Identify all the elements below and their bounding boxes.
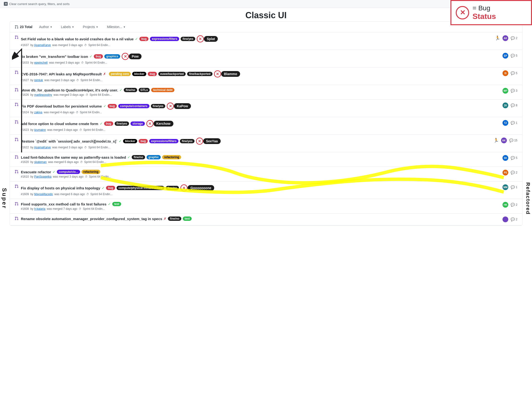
pr-check-mark: ✓ bbox=[135, 37, 138, 41]
pr-author-link[interactable]: PanSpagetka bbox=[34, 175, 51, 178]
pr-item[interactable]: Fix display of hosts on physical infra t… bbox=[10, 181, 522, 199]
badge-circle-x-icon: ✕ bbox=[214, 70, 221, 78]
pr-author-link[interactable]: zakiva bbox=[34, 111, 42, 114]
pr-item[interactable]: CVE-2016-7047: API leaks any MiqReportRe… bbox=[10, 68, 522, 85]
pr-merged-text: was merged 3 days ago bbox=[54, 93, 84, 97]
pr-milestone: Sprint 64 Endin... bbox=[88, 43, 110, 47]
milestone-icon: ⏱ bbox=[76, 111, 79, 114]
milestones-chevron-icon: ▼ bbox=[123, 26, 126, 28]
pr-author-link[interactable]: martinpovolny bbox=[34, 93, 52, 97]
comment-number: 5 bbox=[516, 54, 517, 57]
pr-item[interactable]: Set Field value to a blank value to avoi… bbox=[10, 32, 522, 50]
pr-author-link[interactable]: epwinchell bbox=[34, 61, 48, 64]
pr-title[interactable]: add force option to cloud volume create … bbox=[21, 122, 98, 126]
pr-title[interactable]: Fixed supports_xxx method call to fix te… bbox=[21, 202, 106, 206]
comment-number: 15 bbox=[514, 139, 517, 142]
pr-item[interactable]: fix broken "vm_transform" toolbar icon ✓… bbox=[10, 50, 522, 68]
avatar: ZK bbox=[502, 102, 508, 108]
labels-filter[interactable]: Labels ▼ bbox=[59, 24, 76, 30]
milestone-icon: ⏱ bbox=[76, 79, 79, 82]
pr-right: 🏃 AK 💬 2 bbox=[495, 35, 517, 41]
pr-title-row: Rename obsolete automation_manager_provi… bbox=[21, 217, 500, 221]
pr-title[interactable]: Load font-fabulous the same way as patte… bbox=[21, 155, 126, 159]
action-badge-wrapper: ✕ Blammo bbox=[214, 70, 240, 78]
pr-title-row: Fixed supports_xxx method call to fix te… bbox=[21, 202, 500, 206]
pr-number: #1627 bbox=[21, 79, 29, 82]
pr-title[interactable]: fix broken "vm_transform" toolbar icon bbox=[21, 55, 88, 59]
author-chevron-icon: ▼ bbox=[50, 26, 52, 28]
pr-milestone: Sprint 64 Endin... bbox=[84, 160, 106, 164]
pr-author-link[interactable]: h-kataria bbox=[34, 207, 45, 211]
pr-label: compute/clo... bbox=[57, 170, 80, 174]
pr-icon bbox=[15, 120, 18, 124]
pr-author-text: by AparnaKarve bbox=[30, 43, 51, 47]
comment-icon: 💬 bbox=[511, 203, 515, 207]
badge-circle-x-icon: ✕ bbox=[180, 184, 188, 192]
pr-label: fine/yes bbox=[115, 121, 129, 126]
pr-item[interactable]: Fixed supports_xxx method call to fix te… bbox=[10, 199, 522, 214]
pr-item[interactable]: Load font-fabulous the same way as patte… bbox=[10, 152, 522, 167]
action-badge-wrapper: ✕ Kerchow bbox=[146, 120, 173, 127]
comment-icon: 💬 bbox=[511, 171, 515, 174]
pr-label: fine/backported bbox=[187, 72, 212, 76]
bug-status-box: ✕ = Bug Status bbox=[450, 0, 532, 25]
pr-right: ZK 💬 8 bbox=[502, 102, 517, 108]
milestone-icon: ⏱ bbox=[86, 193, 89, 196]
pr-item[interactable]: Move db_for_quadicon to QuadiconHelper, … bbox=[10, 85, 522, 99]
pr-title[interactable]: Fix PDF download button for persistent v… bbox=[21, 104, 102, 108]
pr-author-text: by skateman bbox=[30, 160, 47, 164]
milestones-filter[interactable]: Mileston... ▼ bbox=[105, 24, 128, 30]
pr-merged-text: was merged 6 days ago bbox=[48, 160, 79, 164]
pr-label: fine/no bbox=[132, 155, 145, 159]
pr-item[interactable]: add force option to cloud volume create … bbox=[10, 117, 522, 135]
pr-title[interactable]: Rename obsolete automation_manager_provi… bbox=[21, 217, 162, 221]
pr-item[interactable]: Restore `@edit` with `session[:adv_searc… bbox=[10, 135, 522, 152]
clear-search-button[interactable]: ✕ Clear current search query, filters, a… bbox=[4, 2, 70, 6]
pr-meta: #1633 by epwinchell was merged 3 days ag… bbox=[21, 61, 500, 64]
comment-icon: 💬 bbox=[511, 54, 515, 58]
pr-title[interactable]: Move db_for_quadicon to QuadiconHelper, … bbox=[21, 88, 118, 92]
pr-list-container: 23 Total Author ▼ Labels ▼ Projects ▼ Mi… bbox=[10, 21, 522, 226]
pr-title[interactable]: Evacuate refactor bbox=[21, 170, 51, 174]
pr-title[interactable]: Fix display of hosts on physical infra t… bbox=[21, 186, 100, 190]
pr-item[interactable]: Rename obsolete automation_manager_provi… bbox=[10, 214, 522, 225]
pr-label: compute/containers bbox=[118, 104, 149, 108]
pr-item[interactable]: Evacuate refactor ✓ compute/clo...refact… bbox=[10, 167, 522, 181]
pr-author-link[interactable]: isimluk bbox=[34, 79, 43, 82]
comment-number: 2 bbox=[516, 37, 517, 40]
pr-title[interactable]: Restore `@edit` with `session[:adv_searc… bbox=[21, 139, 117, 143]
pr-title-row: Fix display of hosts on physical infra t… bbox=[21, 184, 500, 192]
action-badge: Kerchow bbox=[153, 121, 173, 126]
avatar: IS bbox=[502, 70, 508, 76]
pr-author-text: by AparnaKarve bbox=[30, 146, 51, 149]
pr-author-link[interactable]: AparnaKarve bbox=[34, 43, 51, 47]
pr-content: Fix display of hosts on physical infra t… bbox=[21, 184, 500, 196]
pr-label: bug bbox=[139, 37, 148, 41]
comment-number: 3 bbox=[516, 89, 517, 93]
milestone-icon: ⏱ bbox=[81, 61, 84, 64]
pr-total-icon bbox=[15, 25, 18, 29]
runner-icon: 🏃 bbox=[493, 138, 499, 143]
pr-title[interactable]: Set Field value to a blank value to avoi… bbox=[21, 37, 134, 41]
pr-author-link[interactable]: AparnaKarve bbox=[34, 146, 51, 149]
author-filter[interactable]: Author ▼ bbox=[37, 24, 54, 30]
pr-title[interactable]: CVE-2016-7047: API leaks any MiqReportRe… bbox=[21, 72, 102, 76]
pr-title-row: CVE-2016-7047: API leaks any MiqReportRe… bbox=[21, 70, 500, 78]
pr-label: bug bbox=[94, 54, 103, 59]
pr-author-link[interactable]: skateman bbox=[34, 160, 47, 164]
pr-author-link[interactable]: MaysaMacedo bbox=[34, 192, 53, 196]
pr-author-text: by isimluk bbox=[30, 79, 43, 82]
pr-number: #1626 bbox=[21, 93, 29, 97]
pr-author-link[interactable]: tzumainn bbox=[34, 128, 46, 131]
pr-milestone: Sprint 64 Endin... bbox=[80, 111, 102, 114]
comment-count: 💬 3 bbox=[511, 89, 517, 93]
pr-content: Fix PDF download button for persistent v… bbox=[21, 102, 500, 114]
pr-label: test bbox=[112, 202, 121, 206]
pr-meta: #1626 by martinpovolny was merged 3 days… bbox=[21, 93, 500, 97]
pr-right: PS 💬 2 bbox=[502, 170, 517, 175]
bug-status-label: Status bbox=[472, 12, 496, 21]
projects-filter[interactable]: Projects ▼ bbox=[81, 24, 100, 30]
pr-content: Rename obsolete automation_manager_provi… bbox=[21, 217, 500, 222]
pr-item[interactable]: Fix PDF download button for persistent v… bbox=[10, 99, 522, 117]
comment-icon: 💬 bbox=[511, 71, 515, 75]
